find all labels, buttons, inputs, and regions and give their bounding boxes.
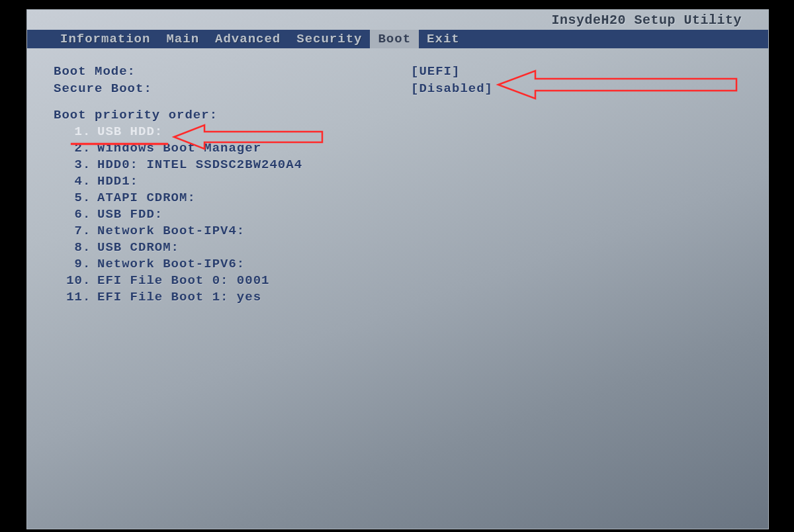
menu-boot[interactable]: Boot bbox=[370, 30, 419, 48]
boot-item-7[interactable]: 7. Network Boot-IPV4: bbox=[54, 223, 742, 240]
content-pane: Boot Mode: [UEFI] Secure Boot: [Disabled… bbox=[27, 50, 768, 529]
boot-item-8[interactable]: 8. USB CDROM: bbox=[54, 240, 742, 256]
bios-title: InsydeH20 Setup Utility bbox=[551, 10, 768, 29]
boot-item-device: Network Boot-IPV6: bbox=[97, 256, 245, 273]
menu-main[interactable]: Main bbox=[158, 30, 207, 48]
boot-item-9[interactable]: 9. Network Boot-IPV6: bbox=[54, 256, 742, 273]
boot-item-num: 11 bbox=[54, 289, 83, 306]
boot-item-num: 4 bbox=[54, 173, 83, 190]
boot-order-header: Boot priority order: bbox=[54, 107, 742, 124]
boot-mode-value[interactable]: [UEFI] bbox=[411, 63, 460, 80]
boot-item-num: 5 bbox=[54, 190, 83, 206]
boot-item-device: EFI File Boot 0: 0001 bbox=[97, 273, 269, 289]
menu-information[interactable]: Information bbox=[52, 30, 158, 48]
menu-bar: Information Main Advanced Security Boot … bbox=[27, 30, 768, 48]
boot-item-11[interactable]: 11. EFI File Boot 1: yes bbox=[54, 289, 742, 306]
boot-item-num: 9 bbox=[54, 256, 83, 273]
boot-item-3[interactable]: 3. HDD0: INTEL SSDSC2BW240A4 bbox=[54, 157, 742, 173]
boot-item-device: HDD0: INTEL SSDSC2BW240A4 bbox=[97, 157, 302, 173]
boot-item-num: 8 bbox=[54, 240, 83, 256]
boot-item-num: 7 bbox=[54, 223, 83, 240]
boot-item-device: Network Boot-IPV4: bbox=[97, 223, 245, 240]
bios-screen: InsydeH20 Setup Utility Information Main… bbox=[26, 9, 769, 529]
boot-priority-list[interactable]: 1. USB HDD: 2. Windows Boot Manager 3. H… bbox=[54, 124, 742, 306]
boot-item-num: 1 bbox=[54, 124, 83, 140]
boot-mode-row[interactable]: Boot Mode: [UEFI] bbox=[54, 63, 742, 80]
annotation-underline bbox=[71, 143, 168, 145]
boot-item-10[interactable]: 10. EFI File Boot 0: 0001 bbox=[54, 273, 742, 289]
menu-exit[interactable]: Exit bbox=[419, 30, 468, 48]
secure-boot-value[interactable]: [Disabled] bbox=[411, 80, 493, 97]
boot-item-device: ATAPI CDROM: bbox=[97, 190, 196, 206]
boot-item-4[interactable]: 4. HDD1: bbox=[54, 173, 742, 190]
boot-item-num: 6 bbox=[54, 206, 83, 223]
secure-boot-row[interactable]: Secure Boot: [Disabled] bbox=[54, 80, 742, 97]
boot-item-device: HDD1: bbox=[97, 173, 138, 190]
secure-boot-label: Secure Boot: bbox=[54, 80, 411, 97]
boot-item-1[interactable]: 1. USB HDD: bbox=[54, 124, 742, 140]
boot-item-num: 3 bbox=[54, 157, 83, 173]
menu-advanced[interactable]: Advanced bbox=[207, 30, 288, 48]
boot-mode-label: Boot Mode: bbox=[54, 63, 411, 80]
boot-item-num: 10 bbox=[54, 273, 83, 289]
boot-item-device: USB FDD: bbox=[97, 206, 163, 223]
menu-security[interactable]: Security bbox=[288, 30, 370, 48]
boot-item-5[interactable]: 5. ATAPI CDROM: bbox=[54, 190, 742, 206]
boot-item-device: USB CDROM: bbox=[97, 240, 179, 256]
boot-item-6[interactable]: 6. USB FDD: bbox=[54, 206, 742, 223]
boot-item-device: EFI File Boot 1: yes bbox=[97, 289, 261, 306]
boot-item-device: USB HDD: bbox=[97, 124, 163, 140]
